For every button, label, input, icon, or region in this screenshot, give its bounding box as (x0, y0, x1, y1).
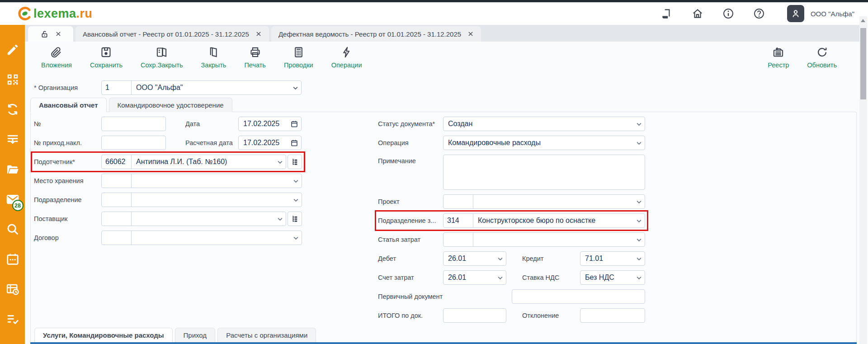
status-select[interactable]: Создан (443, 117, 645, 131)
search-icon[interactable] (6, 222, 19, 236)
print-button[interactable]: Печать (241, 44, 269, 71)
organization-label: * Организация (34, 84, 101, 91)
cost-item-code[interactable] (443, 233, 473, 246)
deviation-input[interactable] (580, 308, 645, 323)
lock-open-icon (40, 30, 49, 38)
mail-icon[interactable]: 28 (6, 193, 19, 206)
window-tab-strip: Авансовый отчет - Реестр от 01.01.2025 -… (25, 25, 859, 42)
registry-button[interactable]: Реестр (764, 44, 793, 71)
tab-receipt[interactable]: Приход (175, 328, 216, 342)
division-code[interactable] (102, 193, 132, 207)
close-tab-icon[interactable] (55, 31, 61, 37)
calendar-icon[interactable] (290, 120, 298, 128)
chevron-down-icon (277, 216, 283, 222)
mail-badge: 28 (12, 200, 24, 211)
chevron-down-icon (636, 236, 642, 243)
tab-travel-certificate[interactable]: Командировочное удостоверение (109, 98, 232, 112)
chevron-down-icon (497, 274, 504, 281)
window-tab-advance-report[interactable]: Авансовый отчет - Реестр от 01.01.2025 -… (75, 26, 269, 42)
debit-select[interactable]: 26.01 (443, 251, 506, 266)
help-icon[interactable] (753, 8, 765, 19)
save-close-button[interactable]: Сохр.Закрыть (137, 44, 187, 71)
credit-select[interactable]: 71.01 (580, 251, 645, 266)
storage-code[interactable] (102, 174, 132, 188)
calendar-icon[interactable] (290, 139, 298, 147)
organization-select[interactable]: 1 ООО "Альфа" (101, 80, 302, 95)
scrollbar-thumb[interactable] (860, 28, 866, 99)
form-row-storage: Место хранения (34, 174, 302, 188)
save-icon (100, 46, 112, 58)
supplier-tree-button[interactable] (288, 212, 302, 226)
cost-account-select[interactable]: 26.01 (443, 270, 506, 285)
avatar[interactable] (787, 5, 804, 22)
contract-select[interactable] (101, 231, 302, 245)
total-input[interactable] (443, 308, 506, 323)
logo-text: lexema.ru (33, 7, 93, 21)
save-button[interactable]: Сохранить (86, 44, 126, 71)
form-row-project: Проект (378, 194, 645, 209)
export-icon[interactable] (6, 133, 19, 146)
save-close-icon (156, 46, 168, 58)
printer-icon (249, 46, 261, 58)
qr-code-icon[interactable] (6, 73, 19, 86)
user-box[interactable]: ООО "Альфа" (787, 5, 854, 22)
tab-settlements[interactable]: Расчеты с организациями (217, 328, 316, 342)
division-select[interactable] (101, 193, 302, 207)
calendar-icon[interactable] (6, 252, 19, 266)
info-icon[interactable] (722, 8, 734, 19)
postings-button[interactable]: Проводки (280, 44, 317, 71)
bottom-tab-bar: Услуги, Командировочные расходы Приход Р… (30, 328, 857, 344)
tab-services-travel-expenses[interactable]: Услуги, Командировочные расходы (34, 328, 173, 342)
timesheet-icon[interactable] (6, 283, 19, 296)
chevron-down-icon (636, 274, 642, 281)
organization-code[interactable]: 1 (102, 81, 132, 94)
journal-icon[interactable] (661, 8, 673, 19)
project-select[interactable] (443, 194, 645, 209)
chevron-down-icon (277, 159, 283, 165)
note-textarea[interactable] (443, 155, 645, 190)
scroll-up-arrow-icon[interactable] (861, 19, 865, 22)
lightning-icon (340, 46, 353, 58)
home-icon[interactable] (692, 8, 703, 19)
date-input[interactable]: 17.02.2025 (238, 117, 302, 131)
operation-select[interactable]: Командировочные расходы (443, 136, 645, 150)
left-sidebar: 28 (0, 25, 25, 344)
storage-select[interactable] (101, 174, 302, 188)
calc-date-input[interactable]: 17.02.2025 (238, 136, 302, 150)
close-button[interactable]: Закрыть (198, 44, 230, 71)
project-code[interactable] (443, 195, 473, 208)
edit-pencil-icon[interactable] (6, 43, 19, 57)
calculator-icon (292, 46, 305, 58)
number-input[interactable] (101, 117, 166, 131)
form-row-contract: Договор (34, 231, 302, 245)
accountant-select[interactable]: 66062 Антипина Л.И. (Таб. №160) (101, 155, 286, 169)
sync-icon[interactable] (6, 103, 19, 116)
app-header: lexema.ru ООО "Альфа" (0, 2, 868, 25)
refresh-button[interactable]: Обновить (803, 44, 840, 71)
invoice-number-input[interactable] (101, 136, 166, 150)
contract-code[interactable] (102, 231, 132, 245)
cost-item-select[interactable] (443, 232, 645, 247)
tasks-icon[interactable] (6, 312, 19, 326)
window-tab-current[interactable] (28, 26, 73, 42)
header-icons (661, 2, 765, 25)
door-icon (208, 46, 220, 58)
form-row-division: Подразделение (34, 193, 302, 207)
supplier-code[interactable] (102, 212, 132, 226)
vertical-scrollbar[interactable] (859, 16, 867, 344)
supplier-select[interactable] (101, 212, 286, 226)
attachments-button[interactable]: Вложения (38, 44, 75, 71)
toolbar: Вложения Сохранить Сохр.Закрыть Закрыть … (38, 44, 366, 71)
form-row-status: Статус документа* Создан (378, 117, 645, 131)
accountant-tree-button[interactable] (288, 155, 302, 169)
vat-select[interactable]: Без НДС (580, 270, 645, 285)
operations-button[interactable]: Операции (328, 44, 366, 71)
tab-advance-report[interactable]: Авансовый отчет (30, 98, 107, 112)
lexema-logo[interactable]: lexema.ru (17, 6, 93, 21)
primary-doc-input[interactable] (512, 289, 645, 304)
window-tab-defect-sheet[interactable]: Дефектная ведомость - Реестр от 01.01.20… (271, 26, 481, 42)
close-tab-icon[interactable] (255, 31, 262, 37)
close-tab-icon[interactable] (467, 31, 474, 37)
folder-open-icon[interactable] (6, 163, 19, 176)
cost-division-select[interactable]: 314 Конструкторское бюро по оснастке (443, 213, 645, 228)
